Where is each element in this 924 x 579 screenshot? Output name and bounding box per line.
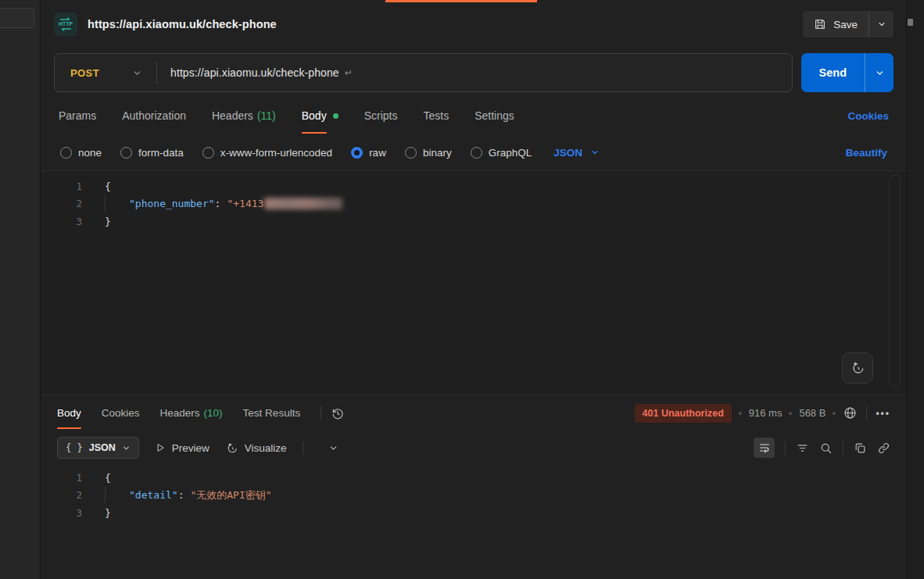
network-info-button[interactable] xyxy=(843,406,858,420)
response-format-select[interactable]: { } JSON xyxy=(57,437,139,459)
link-icon xyxy=(877,441,890,455)
svg-text:HTTP: HTTP xyxy=(59,21,73,27)
save-button-label: Save xyxy=(833,19,858,30)
app-window: HTTP https://api.xiaomu.uk/check-phone S… xyxy=(0,0,924,579)
radio-icon xyxy=(60,147,72,159)
search-icon xyxy=(819,441,833,455)
right-sidebar-rail xyxy=(906,0,924,579)
line-number: 2 xyxy=(41,198,82,209)
send-button-group: Send xyxy=(801,53,894,92)
right-rail-icon[interactable] xyxy=(908,19,913,26)
url-input[interactable]: https://api.xiaomu.uk/check-phone xyxy=(170,66,339,79)
postbot-button[interactable] xyxy=(842,352,873,384)
tab-params[interactable]: Params xyxy=(59,109,96,122)
history-clock-icon xyxy=(331,406,345,420)
radio-icon xyxy=(202,147,214,159)
tab-headers[interactable]: Headers(11) xyxy=(212,109,276,122)
radio-selected-icon xyxy=(351,147,363,159)
radio-icon xyxy=(405,147,417,159)
response-tab-test-results[interactable]: Test Results xyxy=(243,407,301,419)
divider xyxy=(303,441,303,455)
http-request-icon: HTTP xyxy=(54,13,77,36)
wrap-text-icon xyxy=(758,441,771,454)
response-history-button[interactable] xyxy=(331,406,345,420)
response-meta: 401 Unauthorized 916 ms 568 B ••• xyxy=(635,404,890,423)
radio-binary[interactable]: binary xyxy=(405,147,452,159)
line-number: 1 xyxy=(41,180,82,192)
dot-separator xyxy=(833,412,836,415)
code-line: 3 } xyxy=(41,213,906,231)
format-label: JSON xyxy=(553,147,582,159)
tab-authorization[interactable]: Authorization xyxy=(122,109,186,122)
divider xyxy=(866,406,867,420)
copy-button[interactable] xyxy=(854,441,867,455)
visualize-options-caret[interactable] xyxy=(328,443,338,453)
raw-format-select[interactable]: JSON xyxy=(553,147,600,159)
send-button[interactable]: Send xyxy=(801,53,865,92)
line-number: 3 xyxy=(41,216,82,227)
tab-settings[interactable]: Settings xyxy=(475,109,514,122)
radio-none[interactable]: none xyxy=(60,147,102,159)
send-options-caret[interactable] xyxy=(865,53,894,92)
body-type-options: none form-data x-www-form-urlencoded raw… xyxy=(41,134,906,170)
response-body-editor[interactable]: 1 { 2 "detail":"无效的API密钥" 3 } xyxy=(41,465,906,579)
response-tab-cookies[interactable]: Cookies xyxy=(102,407,140,419)
dot-separator xyxy=(789,412,792,415)
preview-button[interactable]: Preview xyxy=(155,442,210,454)
braces-icon: { } xyxy=(66,442,83,453)
tab-scripts[interactable]: Scripts xyxy=(364,109,398,122)
radio-icon xyxy=(120,147,132,159)
indent-guide xyxy=(105,487,129,503)
search-button[interactable] xyxy=(819,441,833,455)
wrap-text-button[interactable] xyxy=(754,438,775,458)
chevron-down-icon xyxy=(328,443,338,453)
beautify-link[interactable]: Beautify xyxy=(846,147,887,159)
postbot-icon xyxy=(850,360,865,376)
chevron-down-icon xyxy=(132,68,142,78)
editor-scrollbar[interactable] xyxy=(889,175,901,387)
code-line: 1 { xyxy=(41,469,906,487)
filter-button[interactable] xyxy=(796,441,809,455)
line-number: 1 xyxy=(41,472,82,484)
radio-raw[interactable]: raw xyxy=(351,147,386,159)
method-select[interactable]: POST xyxy=(55,54,156,91)
response-format-label: JSON xyxy=(89,442,116,453)
globe-icon xyxy=(843,406,858,420)
method-label: POST xyxy=(70,67,99,79)
radio-form-data[interactable]: form-data xyxy=(120,147,184,159)
filter-icon xyxy=(796,441,809,455)
play-icon xyxy=(155,442,166,453)
redacted-phone-value xyxy=(264,198,342,209)
radio-graphql[interactable]: GraphQL xyxy=(471,147,532,159)
chevron-down-icon xyxy=(590,148,600,157)
response-more-menu[interactable]: ••• xyxy=(876,408,890,419)
line-number: 2 xyxy=(41,489,82,501)
share-link-button[interactable] xyxy=(877,441,890,455)
request-tabs: Params Authorization Headers(11) Body Sc… xyxy=(41,97,906,134)
copy-icon xyxy=(854,441,867,455)
save-options-caret[interactable] xyxy=(868,11,894,38)
tab-tests[interactable]: Tests xyxy=(423,109,449,122)
dot-separator xyxy=(739,412,742,415)
request-body-editor[interactable]: 1 { 2 "phone_number":"+1413 3 } xyxy=(41,170,906,395)
request-url-row: POST https://api.xiaomu.uk/check-phone ↵… xyxy=(41,48,906,97)
sidebar-collapsed-item[interactable] xyxy=(0,8,34,28)
request-header: HTTP https://api.xiaomu.uk/check-phone S… xyxy=(41,0,906,48)
response-size: 568 B xyxy=(799,407,826,419)
tab-body[interactable]: Body xyxy=(302,109,338,122)
chevron-down-icon xyxy=(877,20,886,29)
divider xyxy=(785,441,786,455)
save-button[interactable]: Save xyxy=(803,11,868,38)
response-toolbar-right xyxy=(754,438,890,458)
divider xyxy=(843,441,843,455)
left-sidebar-rail xyxy=(0,0,41,579)
response-tab-headers[interactable]: Headers(10) xyxy=(160,407,223,419)
main-panel: HTTP https://api.xiaomu.uk/check-phone S… xyxy=(41,0,906,579)
divider xyxy=(321,406,321,420)
status-badge: 401 Unauthorized xyxy=(635,404,732,423)
cookies-link[interactable]: Cookies xyxy=(847,110,889,122)
response-tab-body[interactable]: Body xyxy=(57,407,81,419)
send-button-label: Send xyxy=(819,66,847,79)
visualize-button[interactable]: Visualize xyxy=(225,441,287,455)
radio-x-www-form-urlencoded[interactable]: x-www-form-urlencoded xyxy=(202,147,332,159)
